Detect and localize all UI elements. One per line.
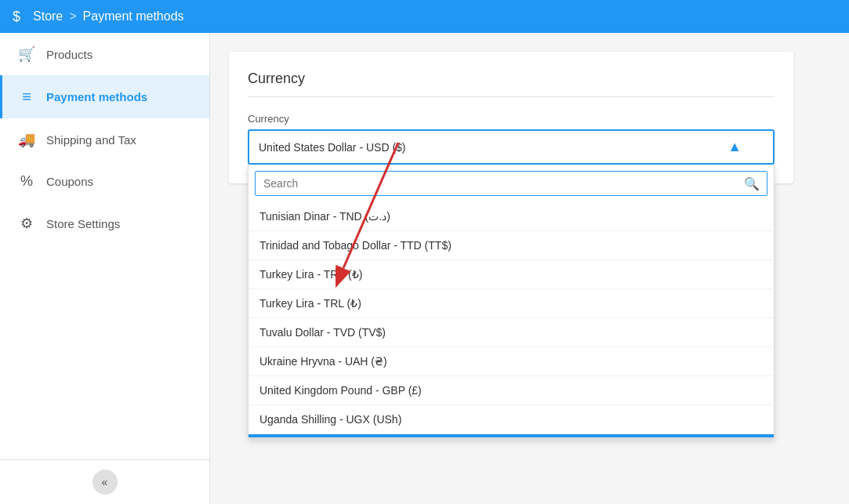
search-input[interactable] — [255, 171, 767, 196]
percent-icon: % — [18, 173, 35, 190]
search-input-wrapper: 🔍 — [255, 171, 767, 196]
currency-dropdown: 🔍 Tunisian Dinar - TND (د.ت)Trinidad and… — [248, 165, 775, 438]
currency-item-try[interactable]: Turkey Lira - TRY (₺) — [249, 260, 774, 289]
currency-select-box[interactable]: United States Dollar - USD ($) ▲ — [248, 129, 775, 165]
sidebar-item-shipping-tax[interactable]: 🚚 Shipping and Tax — [0, 118, 209, 161]
sidebar-item-products[interactable]: 🛒 Products — [0, 33, 209, 75]
sidebar: 🛒 Products ≡ Payment methods 🚚 Shipping … — [0, 33, 210, 504]
sidebar-item-label: Products — [46, 48, 93, 61]
currency-select-wrapper: United States Dollar - USD ($) ▲ 🔍 Tunis… — [248, 129, 775, 165]
sidebar-collapse-button[interactable]: « — [93, 470, 118, 495]
currency-item-uah[interactable]: Ukraine Hryvna - UAH (₴) — [249, 347, 774, 376]
card-title: Currency — [248, 71, 775, 97]
store-label: Store — [33, 9, 63, 24]
selected-currency-label: United States Dollar - USD ($) — [259, 141, 406, 154]
search-icon: 🔍 — [744, 176, 760, 191]
sidebar-collapse-section: « — [0, 459, 209, 504]
currency-item-tnd[interactable]: Tunisian Dinar - TND (د.ت) — [249, 202, 774, 231]
chevron-up-icon: ▲ — [727, 139, 742, 155]
header: $ Store > Payment methods — [0, 0, 849, 33]
currency-item-trl[interactable]: Turkey Lira - TRL (₺) — [249, 289, 774, 318]
currency-item-gbp[interactable]: United Kingdom Pound - GBP (£) — [249, 376, 774, 405]
currency-item-tvd[interactable]: Tuvalu Dollar - TVD (TV$) — [249, 318, 774, 347]
main-content: Currency Currency United States Dollar -… — [210, 33, 849, 504]
currency-list: Tunisian Dinar - TND (د.ت)Trinidad and T… — [249, 202, 774, 437]
currency-item-ugx[interactable]: Uganda Shilling - UGX (USh) — [249, 405, 774, 434]
search-box: 🔍 — [249, 165, 774, 202]
currency-item-usd[interactable]: United States Dollar - USD ($) — [249, 434, 774, 437]
sidebar-item-store-settings[interactable]: ⚙ Store Settings — [0, 202, 209, 245]
sidebar-item-label: Store Settings — [46, 217, 120, 230]
sidebar-item-payment-methods[interactable]: ≡ Payment methods — [0, 75, 209, 118]
sidebar-item-label: Shipping and Tax — [46, 133, 136, 147]
cart-icon: 🛒 — [18, 45, 35, 63]
currency-field-label: Currency — [248, 113, 775, 125]
breadcrumb-separator: > — [69, 9, 76, 24]
sidebar-item-label: Coupons — [46, 175, 93, 188]
truck-icon: 🚚 — [18, 131, 35, 148]
sidebar-item-coupons[interactable]: % Coupons — [0, 161, 209, 202]
payment-icon: ≡ — [18, 88, 35, 106]
gear-icon: ⚙ — [18, 215, 35, 232]
layout: 🛒 Products ≡ Payment methods 🚚 Shipping … — [0, 33, 849, 504]
page-title: Payment methods — [83, 9, 184, 24]
collapse-icon: « — [102, 476, 108, 488]
currency-item-ttd[interactable]: Trinidad and Tobago Dollar - TTD (TT$) — [249, 231, 774, 260]
sidebar-item-label: Payment methods — [46, 90, 147, 103]
breadcrumb: $ Store > Payment methods — [13, 9, 184, 25]
currency-card: Currency Currency United States Dollar -… — [229, 52, 793, 183]
store-icon: $ — [13, 9, 20, 25]
